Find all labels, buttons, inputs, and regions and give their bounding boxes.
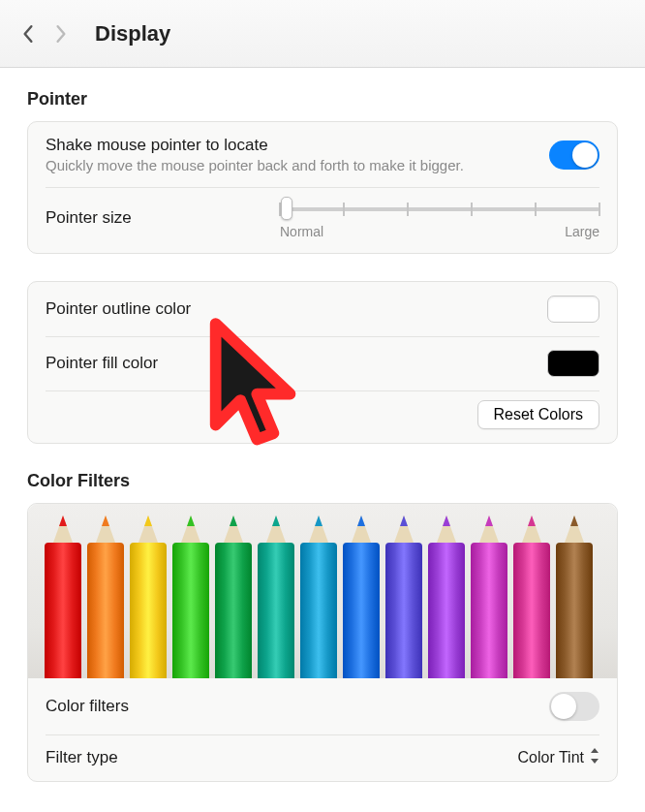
color-filters-section-title: Color Filters xyxy=(27,471,618,491)
color-filters-label: Color filters xyxy=(46,697,129,716)
fill-color-label: Pointer fill color xyxy=(46,354,158,373)
chevron-up-down-icon xyxy=(590,748,599,767)
slider-max-label: Large xyxy=(565,224,599,239)
shake-sub: Quickly move the mouse pointer back and … xyxy=(46,157,464,173)
fill-color-row: Pointer fill color xyxy=(28,336,617,390)
color-filters-panel: Color filters Filter type Color Tint xyxy=(27,503,618,782)
outline-color-swatch[interactable] xyxy=(547,296,599,323)
page-title: Display xyxy=(95,21,170,47)
shake-label: Shake mouse pointer to locate xyxy=(46,136,464,155)
pointer-size-slider[interactable] xyxy=(280,197,599,220)
slider-min-label: Normal xyxy=(280,224,323,239)
pointer-section-title: Pointer xyxy=(27,89,618,109)
pointer-panel: Shake mouse pointer to locate Quickly mo… xyxy=(27,121,618,254)
fill-color-swatch[interactable] xyxy=(547,350,599,377)
filter-type-popup[interactable]: Color Tint xyxy=(518,748,599,767)
window-header: Display xyxy=(0,0,645,68)
pointer-size-row: Pointer size Normal Large xyxy=(28,187,617,253)
filter-type-label: Filter type xyxy=(46,748,118,767)
outline-color-row: Pointer outline color xyxy=(28,282,617,336)
color-filters-row: Color filters xyxy=(28,678,617,734)
reset-colors-button[interactable]: Reset Colors xyxy=(477,400,599,429)
pointer-size-label: Pointer size xyxy=(46,208,132,228)
color-filters-toggle[interactable] xyxy=(549,692,599,721)
filter-type-value: Color Tint xyxy=(518,749,584,766)
shake-to-locate-row: Shake mouse pointer to locate Quickly mo… xyxy=(28,122,617,187)
filter-type-row: Filter type Color Tint xyxy=(28,734,617,781)
pointer-color-panel: Pointer outline color Pointer fill color… xyxy=(27,281,618,444)
shake-toggle[interactable] xyxy=(549,141,599,170)
back-button[interactable] xyxy=(14,19,43,48)
forward-button xyxy=(46,19,76,48)
outline-color-label: Pointer outline color xyxy=(46,299,191,319)
color-pencils-image xyxy=(28,504,617,678)
